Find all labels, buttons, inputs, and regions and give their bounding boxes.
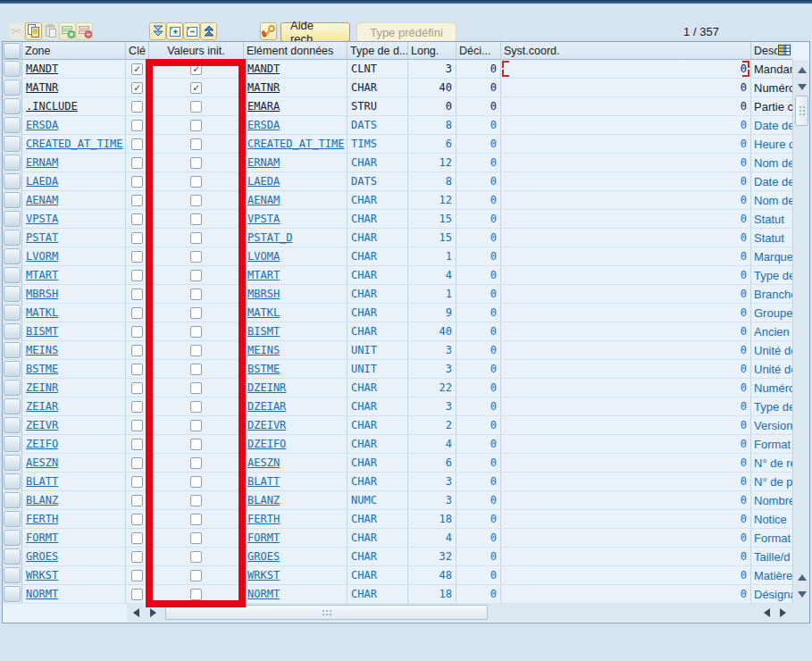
- data-element-link[interactable]: GROES: [247, 550, 280, 563]
- row-selector[interactable]: [3, 304, 22, 322]
- zone-link[interactable]: NORMT: [26, 588, 58, 600]
- data-element-link[interactable]: DZEIAR: [247, 400, 286, 413]
- scroll-down-icon[interactable]: [794, 79, 809, 95]
- row-selector[interactable]: [3, 285, 22, 303]
- row-selector-button[interactable]: [4, 567, 21, 583]
- column-header-data-type[interactable]: Type de d...: [347, 42, 408, 60]
- row-selector[interactable]: [3, 79, 22, 96]
- zone-link[interactable]: CREATED_AT_TIME: [26, 138, 122, 150]
- scroll-right-end-icon[interactable]: [775, 605, 791, 620]
- row-selector-button[interactable]: [4, 530, 21, 546]
- key-checkbox[interactable]: [131, 420, 143, 431]
- data-element-link[interactable]: EMARA: [247, 100, 280, 113]
- row-selector-button[interactable]: [4, 455, 21, 471]
- zone-link[interactable]: ZEINR: [26, 381, 58, 394]
- scroll-right-icon[interactable]: [146, 605, 161, 620]
- row-selector-button[interactable]: [4, 436, 21, 452]
- data-element-link[interactable]: MANDT: [247, 63, 280, 75]
- init-values-checkbox[interactable]: [190, 551, 202, 563]
- key-checkbox[interactable]: [131, 532, 143, 544]
- column-header-zone[interactable]: Zone: [22, 42, 126, 60]
- search-help-button[interactable]: Aide rech.: [280, 22, 350, 42]
- zone-link[interactable]: PSTAT: [26, 231, 58, 244]
- row-selector-button[interactable]: [4, 548, 21, 565]
- data-element-link[interactable]: FORMT: [247, 531, 280, 544]
- init-values-checkbox[interactable]: [190, 476, 202, 488]
- init-values-checkbox[interactable]: [190, 345, 202, 356]
- data-element-link[interactable]: ERSDA: [247, 119, 280, 131]
- row-selector[interactable]: [3, 229, 22, 247]
- zone-link[interactable]: VPSTA: [26, 213, 58, 225]
- row-selector[interactable]: [3, 154, 22, 172]
- zone-link[interactable]: GROES: [26, 550, 58, 563]
- scroll-left-end-icon[interactable]: [759, 605, 774, 620]
- column-header-description[interactable]: Descripti: [751, 42, 792, 60]
- row-selector-button[interactable]: [4, 305, 21, 321]
- init-values-checkbox[interactable]: [190, 251, 202, 263]
- zone-link[interactable]: ZEIFO: [26, 438, 58, 450]
- data-element-link[interactable]: LVOMA: [247, 250, 280, 263]
- row-selector-button[interactable]: [4, 136, 21, 152]
- row-selector[interactable]: [3, 529, 22, 547]
- init-values-checkbox[interactable]: [190, 307, 202, 319]
- zone-link[interactable]: ZEIAR: [26, 400, 58, 413]
- row-selector[interactable]: [3, 585, 22, 603]
- init-values-checkbox[interactable]: [190, 495, 202, 506]
- data-element-link[interactable]: VPSTA: [247, 213, 280, 225]
- init-values-checkbox[interactable]: [190, 457, 202, 469]
- key-checkbox[interactable]: [131, 289, 143, 300]
- key-checkbox[interactable]: [131, 307, 143, 319]
- zone-link[interactable]: BISMT: [26, 325, 58, 338]
- insert-page-icon[interactable]: [166, 22, 183, 40]
- init-values-checkbox[interactable]: [190, 270, 202, 281]
- init-values-checkbox[interactable]: [190, 63, 202, 75]
- data-element-link[interactable]: AESZN: [247, 456, 280, 469]
- column-header-data-element[interactable]: Elément données: [244, 42, 347, 60]
- key-checkbox[interactable]: [131, 401, 143, 413]
- zone-link[interactable]: LAEDA: [26, 175, 58, 188]
- zone-link[interactable]: ERSDA: [26, 119, 58, 131]
- key-checkbox[interactable]: [131, 213, 143, 225]
- key-checkbox[interactable]: [131, 345, 143, 356]
- row-selector[interactable]: [3, 510, 22, 528]
- row-selector[interactable]: [3, 491, 22, 509]
- column-header-key[interactable]: Clé: [126, 42, 149, 60]
- zone-link[interactable]: ERNAM: [26, 156, 58, 169]
- data-element-link[interactable]: DZEINR: [247, 381, 286, 394]
- scroll-left-icon[interactable]: [129, 605, 144, 620]
- row-selector[interactable]: [3, 97, 22, 115]
- row-selector[interactable]: [3, 266, 22, 284]
- column-header-decimals[interactable]: Déci...: [456, 42, 501, 60]
- data-element-link[interactable]: PSTAT_D: [247, 231, 293, 244]
- key-checkbox[interactable]: [131, 82, 143, 94]
- row-selector-button[interactable]: [4, 417, 21, 433]
- row-selector-button[interactable]: [4, 61, 21, 77]
- init-values-checkbox[interactable]: [190, 364, 202, 375]
- init-values-checkbox[interactable]: [190, 232, 202, 244]
- data-element-link[interactable]: MEINS: [247, 344, 280, 356]
- table-settings-icon[interactable]: [777, 43, 792, 58]
- data-element-link[interactable]: BSTME: [247, 363, 280, 375]
- row-selector-button[interactable]: [4, 323, 21, 339]
- select-all-button[interactable]: [4, 43, 21, 59]
- key-checkbox[interactable]: [131, 101, 143, 113]
- row-selector[interactable]: [3, 135, 22, 153]
- zone-link[interactable]: WRKST: [26, 569, 58, 582]
- row-selector[interactable]: [3, 379, 22, 397]
- zone-link[interactable]: MTART: [26, 269, 58, 281]
- init-values-checkbox[interactable]: [190, 514, 202, 525]
- key-checkbox[interactable]: [131, 570, 143, 582]
- init-values-checkbox[interactable]: [190, 213, 202, 225]
- row-selector-button[interactable]: [4, 473, 21, 489]
- row-selector[interactable]: [3, 416, 22, 434]
- key-checkbox[interactable]: [131, 514, 143, 525]
- key-checkbox[interactable]: [131, 120, 143, 131]
- row-selector-button[interactable]: [4, 230, 21, 246]
- row-selector[interactable]: [3, 566, 22, 584]
- zone-link[interactable]: BSTME: [26, 363, 58, 375]
- init-values-checkbox[interactable]: [190, 589, 202, 600]
- init-values-checkbox[interactable]: [190, 326, 202, 338]
- init-values-checkbox[interactable]: [190, 289, 202, 300]
- init-values-checkbox[interactable]: [190, 401, 202, 413]
- init-values-checkbox[interactable]: [190, 157, 202, 169]
